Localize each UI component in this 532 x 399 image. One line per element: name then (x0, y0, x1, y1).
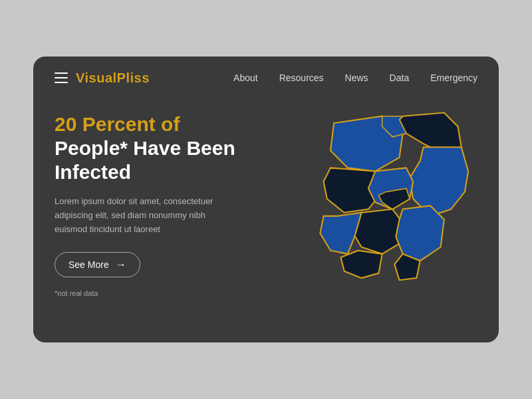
nav-news[interactable]: News (345, 72, 368, 83)
svg-marker-7 (320, 213, 361, 254)
headline-yellow: 20 Percent of (55, 112, 294, 136)
hero-section: 20 Percent of People* Have Been Infected… (33, 99, 499, 342)
nav-about[interactable]: About (233, 72, 258, 83)
arrow-right-icon: → (116, 259, 126, 271)
map-visualization (293, 102, 485, 295)
headline-white: People* Have Been Infected (55, 136, 294, 184)
navbar: VisualPliss About Resources News Data Em… (33, 57, 499, 99)
see-more-button[interactable]: See More → (55, 252, 140, 277)
nav-resources[interactable]: Resources (279, 72, 324, 83)
hero-description: Lorem ipsum dolor sit amet, consectetuer… (55, 195, 234, 236)
see-more-label: See More (68, 259, 109, 270)
svg-marker-8 (341, 251, 382, 278)
hero-left: 20 Percent of People* Have Been Infected… (55, 106, 294, 329)
nav-data[interactable]: Data (390, 72, 410, 83)
map-svg (293, 102, 485, 295)
nav-emergency[interactable]: Emergency (430, 72, 477, 83)
brand-logo[interactable]: VisualPliss (76, 70, 150, 86)
nav-links: About Resources News Data Emergency (233, 72, 477, 83)
svg-marker-2 (410, 147, 468, 216)
main-card: VisualPliss About Resources News Data Em… (33, 57, 499, 342)
svg-marker-6 (396, 205, 444, 261)
footnote: *not real data (55, 289, 294, 297)
hamburger-menu[interactable] (55, 72, 68, 83)
